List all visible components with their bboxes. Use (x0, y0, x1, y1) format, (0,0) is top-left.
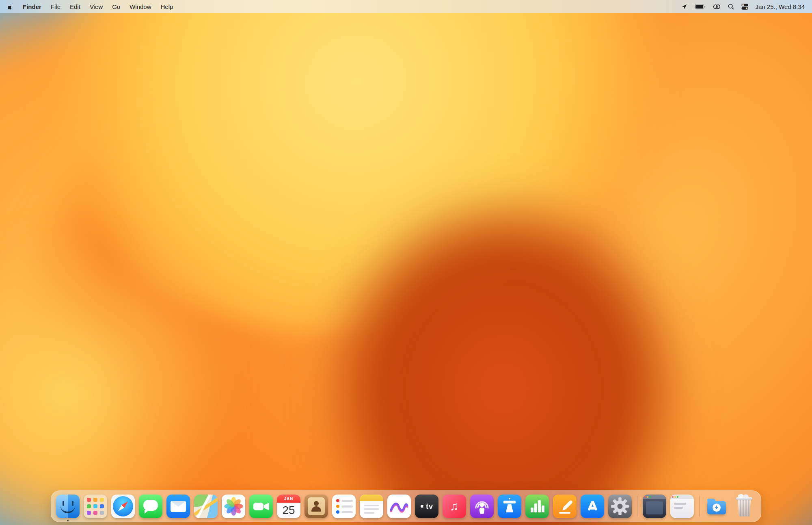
dock-podcasts[interactable] (470, 495, 494, 518)
dock-tv[interactable]: tv (415, 495, 438, 518)
link-icon[interactable] (713, 4, 721, 9)
menu-app-name[interactable]: Finder (23, 3, 41, 10)
dock-finder[interactable] (56, 495, 80, 518)
dock-safari[interactable] (111, 495, 135, 518)
dock-calendar[interactable]: JAN 25 (277, 495, 300, 518)
window-titlebar (670, 495, 694, 499)
menu-bar-clock[interactable]: Jan 25., Wed 8:34 (756, 3, 805, 10)
menu-help[interactable]: Help (161, 3, 173, 10)
pages-pen-icon (553, 495, 577, 518)
spotlight-search-icon[interactable] (728, 4, 734, 10)
music-note-glyph: ♫ (450, 500, 459, 512)
dock-reminders[interactable] (332, 495, 356, 518)
contacts-icon (304, 495, 328, 518)
calendar-month: JAN (277, 495, 300, 503)
envelope (171, 501, 186, 512)
music-note-icon: ♫ (443, 495, 466, 518)
window-thumbnail-light (670, 495, 694, 518)
control-center-icon[interactable] (741, 3, 748, 10)
window-content (646, 501, 663, 514)
dock-keynote[interactable] (498, 495, 521, 518)
dock-launchpad[interactable] (84, 495, 107, 518)
downloads-folder-icon (705, 495, 728, 518)
dock-downloads[interactable] (705, 495, 728, 518)
numbers-chart-icon (525, 495, 549, 518)
facetime-camera-icon (249, 495, 273, 518)
dock-messages[interactable] (139, 495, 162, 518)
dock: JAN 25 (51, 490, 761, 522)
dock-divider (637, 496, 637, 516)
contact-silhouette-head (314, 501, 319, 506)
window-content (674, 503, 686, 505)
dock-facetime[interactable] (249, 495, 273, 518)
apple-tv-icon: tv (415, 495, 438, 518)
photos-flower-icon (222, 495, 245, 518)
apple-logo-icon (420, 503, 425, 510)
podcasts-icon (470, 495, 494, 518)
tv-label: tv (426, 502, 433, 511)
dock-mail[interactable] (166, 495, 190, 518)
dock-notes[interactable] (360, 495, 383, 518)
apple-menu-icon[interactable] (7, 3, 13, 10)
battery-icon[interactable] (695, 4, 706, 9)
download-arrow-badge (713, 503, 721, 512)
calendar-day: 25 (277, 503, 300, 518)
dock-trash[interactable] (732, 495, 756, 518)
finder-icon (56, 495, 80, 518)
menu-bar: Finder File Edit View Go Window Help Jan… (0, 0, 812, 13)
maps-icon (194, 495, 218, 518)
dock-app-store[interactable] (581, 495, 604, 518)
window-content (674, 507, 683, 509)
menu-window[interactable]: Window (130, 3, 151, 10)
camera-body (253, 503, 263, 510)
messages-bubble-icon (139, 495, 162, 518)
gear-icon (608, 495, 632, 518)
calendar-icon: JAN 25 (277, 495, 300, 518)
menu-edit[interactable]: Edit (70, 3, 80, 10)
launchpad-grid (87, 498, 104, 515)
baseline (559, 512, 570, 514)
dock-minimized-window-2[interactable] (670, 495, 694, 518)
dock-divider (699, 496, 700, 516)
mail-envelope-icon (166, 495, 190, 518)
dock-maps[interactable] (194, 495, 218, 518)
menu-view[interactable]: View (90, 3, 103, 10)
trash-bin (737, 499, 752, 516)
notes-icon (360, 495, 383, 518)
dock-freeform[interactable] (387, 495, 411, 518)
running-indicator (67, 520, 69, 521)
menu-bar-status: Jan 25., Wed 8:34 (681, 3, 805, 10)
menu-bar-left: Finder File Edit View Go Window Help (7, 3, 173, 10)
desktop-wallpaper[interactable] (0, 0, 812, 525)
finder-eye (63, 501, 64, 506)
freeform-squiggle-icon (387, 495, 411, 518)
pen (563, 500, 573, 510)
dock-numbers[interactable] (525, 495, 549, 518)
menu-file[interactable]: File (51, 3, 60, 10)
window-thumbnail-dark (643, 495, 666, 518)
safari-compass-icon (111, 495, 135, 518)
window-titlebar (643, 495, 666, 499)
keynote-lectern-icon (498, 495, 521, 518)
menu-go[interactable]: Go (112, 3, 120, 10)
trash-icon (732, 495, 756, 518)
dock-music[interactable]: ♫ (443, 495, 466, 518)
reminders-icon (332, 495, 356, 518)
notes-header-band (360, 495, 383, 501)
speech-bubble (143, 500, 158, 511)
dock-pages[interactable] (553, 495, 577, 518)
dock-system-settings[interactable] (608, 495, 632, 518)
app-store-icon (581, 495, 604, 518)
dock-contacts[interactable] (304, 495, 328, 518)
dock-minimized-window-1[interactable] (643, 495, 666, 518)
launchpad-icon (84, 495, 107, 518)
camera-lens (264, 503, 269, 510)
location-icon[interactable] (681, 4, 687, 10)
dock-photos[interactable] (222, 495, 245, 518)
finder-eye (72, 501, 73, 506)
